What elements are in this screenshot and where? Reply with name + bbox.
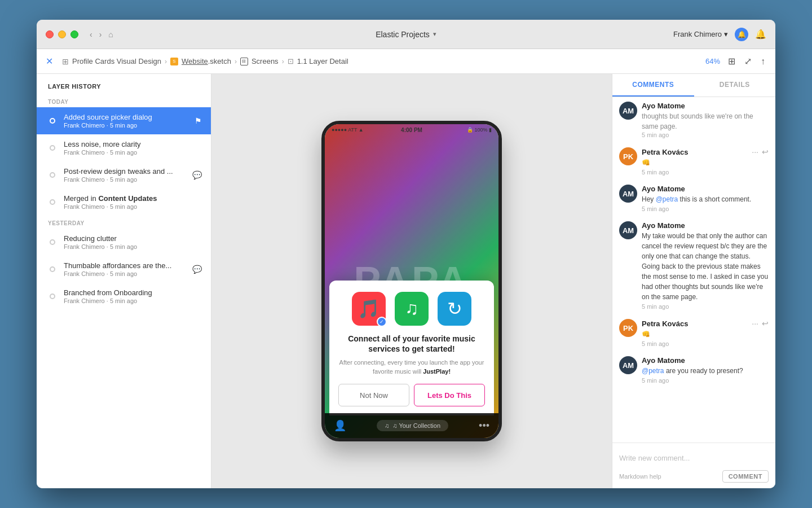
more-button-4[interactable]: ··· (752, 319, 758, 328)
spotify-app-icon[interactable]: ♫ (395, 292, 429, 326)
history-item-3[interactable]: Merged in Content Updates Frank Chimero … (37, 189, 211, 216)
history-title-5: Thumbable affordances are the... (64, 261, 188, 270)
comment-time-3: 5 min ago (642, 303, 769, 310)
tab-comments[interactable]: COMMENTS (612, 74, 694, 97)
breadcrumb-profile[interactable]: Profile Cards Visual Design (72, 57, 161, 65)
profile-icon[interactable]: 👤 (334, 419, 346, 432)
back-button[interactable]: ‹ (87, 29, 95, 40)
dialog-icons: 🎵 ✓ ♫ ↻ (338, 292, 485, 326)
history-meta-5: Frank Chimero · 5 min ago (64, 270, 188, 277)
comment-author-2: Ayo Matome (642, 185, 685, 193)
flag-icon-0: ⚑ (195, 116, 202, 125)
export-button[interactable]: ↑ (760, 55, 766, 68)
status-right: 🔒 100% ▮ (467, 127, 492, 133)
breadcrumb-layer[interactable]: 1.1 Layer Detail (297, 57, 348, 65)
bell-icon[interactable]: 🔔 (755, 29, 766, 40)
more-icon[interactable]: ••• (479, 420, 489, 432)
history-dot-1 (50, 145, 55, 151)
rdio-app-icon[interactable]: ↻ (438, 292, 471, 326)
mention-petra-5: @petra (642, 367, 664, 375)
nav-arrows: ‹ › ⌂ (87, 29, 113, 40)
markdown-help[interactable]: Markdown help (619, 473, 661, 480)
titlebar: ‹ › ⌂ Elastic Projects ▾ Frank Chimero ▾… (37, 20, 775, 49)
comment-time-2: 5 min ago (642, 205, 769, 212)
history-text-6: Branched from Onboarding Frank Chimero ·… (64, 288, 202, 304)
lets-do-this-button[interactable]: Lets Do This (414, 384, 485, 406)
screens-icon: ⊟ (240, 58, 248, 65)
comment-item-5: AM Ayo Matome @petra are you ready to pr… (619, 356, 769, 384)
history-item-4[interactable]: Reducing clutter Frank Chimero · 5 min a… (37, 229, 211, 256)
history-item-6[interactable]: Branched from Onboarding Frank Chimero ·… (37, 283, 211, 310)
main-content: LAYER HISTORY TODAY Added source picker … (37, 74, 775, 488)
close-traffic-light[interactable] (46, 30, 54, 38)
dot-container-6 (46, 294, 59, 299)
breadcrumb-sep-3: › (282, 58, 284, 65)
comment-actions-1: ··· ↩ (752, 147, 769, 156)
notification-icon[interactable]: 🔔 (735, 28, 748, 41)
dialog-body: After connecting, every time you launch … (338, 358, 485, 376)
music-app-icon[interactable]: 🎵 ✓ (352, 292, 386, 326)
comment-text-5: @petra are you ready to present? (642, 366, 769, 376)
reply-button-1[interactable]: ↩ (762, 147, 769, 156)
comment-author-1: Petra Kovács (642, 148, 688, 156)
comment-input-area: Markdown help COMMENT (612, 443, 775, 488)
comment-submit-button[interactable]: COMMENT (722, 470, 769, 483)
history-text-2: Post-review design tweaks and ... Frank … (64, 167, 188, 183)
user-name[interactable]: Frank Chimero ▾ (673, 30, 728, 38)
breadcrumb-icon-profile: ⊞ (62, 57, 69, 66)
check-badge: ✓ (377, 317, 387, 327)
minimize-traffic-light[interactable] (58, 30, 66, 38)
history-item-1[interactable]: Less noise, more clarity Frank Chimero ·… (37, 134, 211, 161)
comment-text-4: 👊 (642, 329, 769, 339)
more-button-1[interactable]: ··· (752, 147, 758, 156)
comment-time-1: 5 min ago (642, 169, 769, 176)
comment-icon-5: 💬 (192, 265, 202, 274)
comment-author-5: Ayo Matome (642, 356, 685, 365)
title-dropdown[interactable]: ▾ (433, 30, 436, 38)
dot-container-4 (46, 239, 59, 245)
breadcrumb-screens[interactable]: Screens (251, 57, 279, 65)
comment-content-5: Ayo Matome @petra are you ready to prese… (642, 356, 769, 384)
history-text-5: Thumbable affordances are the... Frank C… (64, 261, 188, 277)
history-meta-4: Frank Chimero · 5 min ago (64, 243, 202, 250)
tab-details[interactable]: DETAILS (694, 74, 776, 97)
comment-author-0: Ayo Matome (642, 102, 685, 110)
avatar-0: AM (619, 102, 637, 120)
comment-content-1: Petra Kovács ··· ↩ 👊 5 min ago (642, 147, 769, 176)
history-item-5[interactable]: Thumbable affordances are the... Frank C… (37, 256, 211, 283)
forward-button[interactable]: › (97, 29, 104, 40)
fullscreen-button[interactable]: ⤢ (743, 55, 753, 68)
not-now-button[interactable]: Not Now (338, 384, 409, 406)
zoom-level[interactable]: 64% (705, 57, 720, 65)
comment-time-4: 5 min ago (642, 340, 769, 347)
dot-container-1 (46, 145, 59, 151)
breadcrumb-website[interactable]: Website.sketch (182, 57, 231, 65)
comments-list: AM Ayo Matome thoughts but sounds like w… (612, 97, 775, 443)
close-button[interactable]: ✕ (46, 56, 53, 67)
split-view-button[interactable]: ⊞ (727, 55, 736, 68)
history-title-6: Branched from Onboarding (64, 288, 202, 297)
canvas-area: ●●●●● ATT ▲ 4:00 PM 🔒 100% ▮ PAPA 🎵 ✓ (211, 74, 612, 488)
history-title-4: Reducing clutter (64, 234, 202, 243)
breadcrumb-sep-2: › (235, 58, 237, 65)
comment-text-3: My take would be that only the author ca… (642, 231, 769, 302)
music-note-icon: ♫ (385, 422, 389, 429)
maximize-traffic-light[interactable] (70, 30, 78, 38)
collection-pill[interactable]: ♫ ♫ Your Collection (377, 420, 448, 431)
comment-header-5: Ayo Matome (642, 356, 769, 365)
avatar-4: PK (619, 319, 637, 337)
window-title: Elastic Projects ▾ (376, 30, 436, 39)
user-area: Frank Chimero ▾ 🔔 🔔 (673, 28, 766, 41)
history-meta-1: Frank Chimero · 5 min ago (64, 149, 202, 156)
avatar-2: AM (619, 185, 637, 203)
home-button[interactable]: ⌂ (108, 29, 113, 40)
history-dot-6 (50, 294, 55, 299)
history-item-2[interactable]: Post-review design tweaks and ... Frank … (37, 161, 211, 189)
history-item-0[interactable]: Added source picker dialog Frank Chimero… (37, 107, 211, 134)
comment-header-2: Ayo Matome (642, 185, 769, 193)
toolbar: ✕ ⊞ Profile Cards Visual Design › S Webs… (37, 49, 775, 74)
layer-icon: ⊡ (288, 57, 294, 65)
reply-button-4[interactable]: ↩ (762, 319, 769, 328)
comment-input[interactable] (619, 449, 769, 467)
comment-item-0: AM Ayo Matome thoughts but sounds like w… (619, 102, 769, 138)
